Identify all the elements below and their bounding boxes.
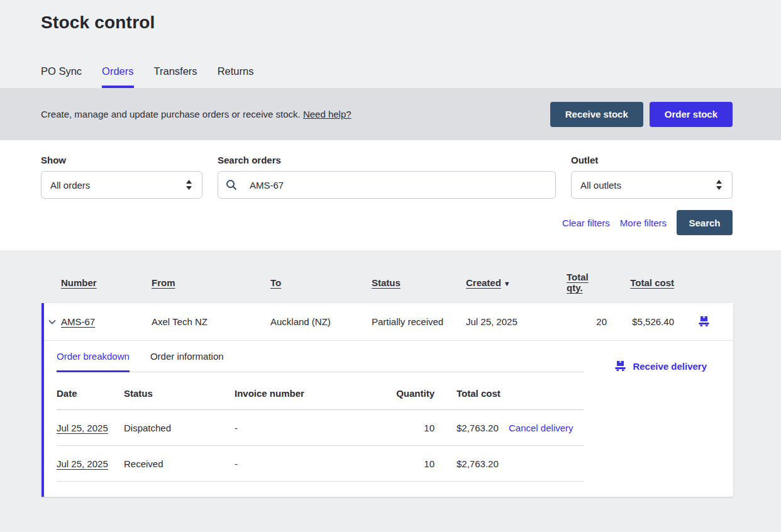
- info-banner: Create, manage and update purchase order…: [0, 88, 781, 140]
- breakdown-column-total-cost: Total cost: [435, 388, 501, 399]
- order-breakdown-table: Date Status Invoice number Quantity Tota…: [57, 388, 584, 497]
- breakdown-header: Date Status Invoice number Quantity Tota…: [57, 388, 584, 410]
- main-tabs: PO Sync Orders Transfers Returns: [41, 65, 740, 88]
- pallet-delivery-icon: [614, 361, 627, 372]
- tab-returns[interactable]: Returns: [218, 65, 254, 88]
- search-orders-filter: Search orders: [218, 155, 556, 199]
- outlet-filter: Outlet All outlets: [571, 155, 733, 199]
- filters-section: Show All orders Search orders: [0, 140, 781, 250]
- delivery-status: Received: [124, 458, 235, 469]
- order-row[interactable]: AMS-67 Axel Tech NZ Auckland (NZ) Partia…: [44, 303, 733, 341]
- column-header-from[interactable]: From: [152, 277, 270, 288]
- delivery-date-link[interactable]: Jul 25, 2025: [57, 458, 108, 469]
- show-filter-select[interactable]: All orders: [41, 171, 202, 199]
- column-header-created[interactable]: Created: [466, 277, 501, 288]
- breakdown-row: Jul 25, 2025 Received - 10 $2,763.20: [57, 446, 584, 482]
- search-orders-input[interactable]: [250, 180, 548, 191]
- order-from: Axel Tech NZ: [152, 316, 270, 327]
- cancel-delivery-link[interactable]: Cancel delivery: [509, 423, 573, 433]
- breakdown-column-status: Status: [124, 388, 235, 399]
- select-spinner-icon: [716, 180, 722, 190]
- tab-order-breakdown[interactable]: Order breakdown: [57, 351, 130, 372]
- tab-orders[interactable]: Orders: [102, 65, 133, 88]
- delivery-quantity: 10: [424, 423, 435, 433]
- delivery-invoice: -: [235, 458, 384, 469]
- delivery-status: Dispatched: [124, 423, 235, 433]
- outlet-filter-label: Outlet: [571, 155, 733, 165]
- need-help-link[interactable]: Need help?: [303, 109, 352, 119]
- breakdown-column-invoice: Invoice number: [235, 388, 384, 399]
- order-created: Jul 25, 2025: [466, 316, 567, 327]
- order-number-link[interactable]: AMS-67: [61, 316, 95, 327]
- page-title: Stock control: [41, 13, 740, 33]
- show-filter-label: Show: [41, 155, 202, 165]
- order-card: AMS-67 Axel Tech NZ Auckland (NZ) Partia…: [42, 303, 733, 497]
- search-orders-label: Search orders: [218, 155, 556, 165]
- order-detail-tabs: Order breakdown Order information: [57, 351, 584, 372]
- order-status: Partially received: [372, 316, 466, 327]
- pallet-delivery-icon[interactable]: [697, 316, 711, 327]
- orders-table-section: Number From To Status Created▼ Total qty…: [0, 250, 781, 530]
- order-total-cost: $5,526.40: [632, 316, 674, 327]
- banner-description: Create, manage and update purchase order…: [41, 109, 301, 119]
- column-header-total-cost[interactable]: Total cost: [630, 277, 674, 288]
- breakdown-column-quantity: Quantity: [396, 388, 435, 399]
- search-icon: [226, 179, 243, 191]
- outlet-filter-select[interactable]: All outlets: [571, 171, 733, 199]
- outlet-filter-value: All outlets: [580, 180, 621, 191]
- tab-po-sync[interactable]: PO Sync: [41, 65, 82, 88]
- chevron-down-icon[interactable]: [44, 319, 61, 324]
- filter-row: Show All orders Search orders: [41, 155, 733, 199]
- filter-actions: Clear filters More filters Search: [41, 210, 733, 235]
- delivery-date-link[interactable]: Jul 25, 2025: [57, 423, 108, 433]
- search-button[interactable]: Search: [677, 210, 733, 235]
- delivery-invoice: -: [235, 423, 384, 433]
- receive-stock-button[interactable]: Receive stock: [550, 102, 643, 127]
- column-header-to[interactable]: To: [270, 277, 372, 288]
- order-to: Auckland (NZ): [270, 316, 372, 327]
- show-filter-value: All orders: [50, 180, 90, 191]
- order-detail-actions: Receive delivery: [584, 351, 733, 497]
- search-orders-control: [218, 171, 556, 199]
- banner-buttons: Receive stock Order stock: [550, 102, 733, 127]
- column-header-created-wrap: Created▼: [466, 277, 567, 288]
- delivery-total-cost: $2,763.20: [435, 423, 499, 433]
- clear-filters-link[interactable]: Clear filters: [562, 218, 610, 228]
- column-header-number[interactable]: Number: [61, 277, 152, 288]
- column-header-total-qty[interactable]: Total qty.: [567, 272, 607, 293]
- orders-table-header: Number From To Status Created▼ Total qty…: [42, 250, 733, 303]
- order-detail-panel: Order breakdown Order information Date S…: [44, 341, 733, 497]
- page-header: Stock control PO Sync Orders Transfers R…: [0, 0, 781, 88]
- order-total-qty: 20: [596, 316, 607, 327]
- receive-delivery-label: Receive delivery: [633, 361, 707, 372]
- order-detail-content: Order breakdown Order information Date S…: [57, 351, 584, 497]
- tab-order-information[interactable]: Order information: [150, 351, 224, 372]
- column-header-status[interactable]: Status: [372, 277, 466, 288]
- receive-delivery-link[interactable]: Receive delivery: [614, 361, 707, 372]
- detail-bottom-padding: [57, 482, 584, 497]
- breakdown-column-date: Date: [57, 388, 124, 399]
- breakdown-row: Jul 25, 2025 Dispatched - 10 $2,763.20 C…: [57, 410, 584, 446]
- more-filters-link[interactable]: More filters: [620, 218, 667, 228]
- tab-transfers[interactable]: Transfers: [154, 65, 197, 88]
- sort-desc-icon: ▼: [504, 280, 511, 287]
- order-stock-button[interactable]: Order stock: [650, 102, 733, 127]
- select-spinner-icon: [186, 180, 192, 190]
- delivery-quantity: 10: [424, 458, 435, 469]
- banner-text: Create, manage and update purchase order…: [41, 109, 352, 119]
- show-filter: Show All orders: [41, 155, 202, 199]
- delivery-total-cost: $2,763.20: [435, 458, 499, 469]
